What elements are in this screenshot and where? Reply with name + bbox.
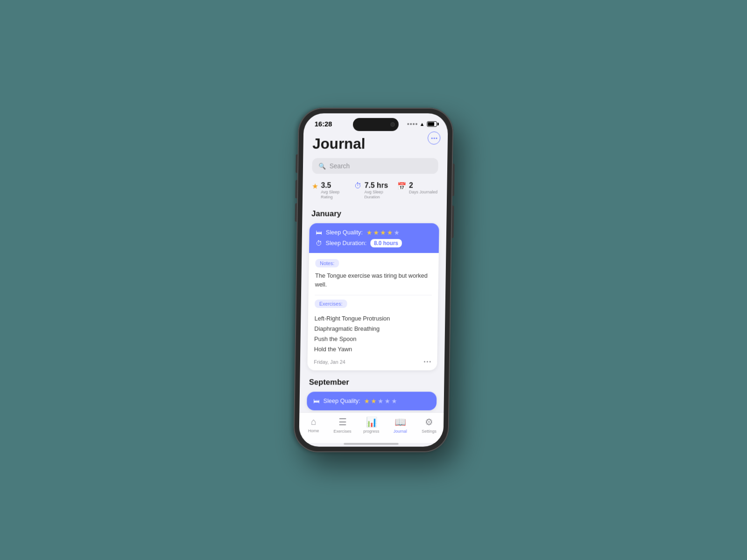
signal-dot <box>410 123 412 125</box>
more-dots-icon <box>431 137 437 139</box>
nav-item-home[interactable]: ⌂ Home <box>299 416 328 434</box>
search-icon: 🔍 <box>318 162 326 169</box>
exercises-list: Left-Right Tongue Protrusion Diaphragmat… <box>314 313 431 354</box>
sleep-quality-label: Sleep Quality: <box>326 229 363 236</box>
star-sep-1: ★ <box>364 397 370 405</box>
stat-sleep-duration-label: Avg Sleep Duration <box>364 189 395 200</box>
stats-row: ★ 3.5 Avg Sleep Rating ⏱ 7.5 hrs Avg Sle… <box>303 182 447 200</box>
phone-wrapper: 16:28 ▲ <box>293 108 453 452</box>
stat-sleep-duration-value: 7.5 hrs <box>365 182 395 190</box>
stat-sleep-rating-value: 3.5 <box>321 182 352 190</box>
status-time: 16:28 <box>315 120 332 128</box>
bed-icon: 🛏 <box>316 229 322 236</box>
signal-dot <box>416 123 417 125</box>
nav-item-journal[interactable]: 📖 Journal <box>386 416 415 434</box>
status-icons: ▲ <box>407 121 437 126</box>
status-bar: 16:28 ▲ <box>303 113 448 128</box>
nav-item-settings[interactable]: ⚙ Settings <box>415 416 444 434</box>
page-title: Journal <box>312 135 439 153</box>
home-indicator <box>344 443 398 445</box>
nav-label-journal: Journal <box>394 429 407 434</box>
month-header-september: September <box>300 376 444 392</box>
signal-dot <box>407 123 409 125</box>
star-sep-2: ★ <box>371 397 377 405</box>
sleep-quality-stars: ★ ★ ★ ★ ★ <box>366 229 400 236</box>
camera-dot <box>390 122 395 127</box>
signal-dot <box>413 123 415 125</box>
home-icon: ⌂ <box>311 416 317 427</box>
star-sep-3: ★ <box>378 397 384 405</box>
battery-icon <box>427 121 437 126</box>
star-4: ★ <box>387 229 393 236</box>
journal-icon: 📖 <box>395 416 406 427</box>
stat-sleep-duration: ⏱ 7.5 hrs Avg Sleep Duration <box>354 182 395 200</box>
exercise-item: Left-Right Tongue Protrusion <box>314 313 431 323</box>
star-3: ★ <box>380 229 386 236</box>
app-content[interactable]: Journal 🔍 Search ★ 3.5 Avg Sleep Rating <box>299 128 448 413</box>
stat-days-journaled-value: 2 <box>409 182 437 190</box>
progress-icon: 📊 <box>366 416 377 427</box>
nav-item-exercises[interactable]: ☰ Exercises <box>328 416 357 434</box>
month-header-january: January <box>302 207 447 223</box>
signal-dots <box>407 123 417 125</box>
wifi-icon: ▲ <box>420 121 425 126</box>
phone-frame: 16:28 ▲ <box>293 108 453 452</box>
app-header: Journal 🔍 Search <box>303 128 448 174</box>
bed-icon-sep: 🛏 <box>313 397 320 405</box>
stat-days-journaled: 📅 2 Days Journaled <box>397 182 438 200</box>
more-button[interactable] <box>428 132 441 145</box>
nav-label-settings: Settings <box>422 429 437 434</box>
divider <box>315 295 431 295</box>
clock-icon: ⏱ <box>354 182 362 190</box>
star-icon: ★ <box>312 182 318 191</box>
star-5: ★ <box>394 229 400 236</box>
nav-label-exercises: Exercises <box>333 429 351 434</box>
star-2: ★ <box>373 229 379 236</box>
entry-card-body: Notes: The Tongue exercise was tiring bu… <box>307 253 438 371</box>
timer-icon: ⏱ <box>316 239 322 247</box>
phone-screen: 16:28 ▲ <box>299 113 448 447</box>
star-sep-5: ★ <box>391 397 397 405</box>
sleep-duration-label: Sleep Duration: <box>325 239 366 246</box>
entry-card-header: 🛏 Sleep Quality: ★ ★ ★ ★ ★ <box>309 223 439 253</box>
entry-notes-text: The Tongue exercise was tiring but worke… <box>315 271 432 289</box>
bottom-nav: ⌂ Home ☰ Exercises 📊 progress 📖 Journal … <box>299 412 444 443</box>
exercise-item: Diaphragmatic Breathing <box>314 323 431 334</box>
entry-card-header-september: 🛏 Sleep Quality: ★ ★ ★ ★ ★ <box>307 392 437 410</box>
nav-item-progress[interactable]: 📊 progress <box>357 416 386 434</box>
entry-card-january: 🛏 Sleep Quality: ★ ★ ★ ★ ★ <box>307 223 439 371</box>
stat-sleep-rating: ★ 3.5 Avg Sleep Rating <box>312 182 353 200</box>
exercises-tag: Exercises: <box>315 299 347 308</box>
exercise-item: Push the Spoon <box>314 334 431 344</box>
sleep-quality-row: 🛏 Sleep Quality: ★ ★ ★ ★ ★ <box>316 229 433 236</box>
nav-label-progress: progress <box>363 429 379 434</box>
sleep-quality-stars-sep: ★ ★ ★ ★ ★ <box>364 397 397 405</box>
star-1: ★ <box>366 229 373 236</box>
search-bar[interactable]: 🔍 Search <box>312 158 438 174</box>
notes-tag: Notes: <box>315 259 339 267</box>
calendar-icon: 📅 <box>397 182 406 191</box>
entry-footer: Friday, Jan 24 <box>314 359 431 365</box>
search-placeholder: Search <box>330 162 350 170</box>
sleep-duration-row: ⏱ Sleep Duration: 8.0 hours <box>316 239 433 247</box>
stat-sleep-rating-label: Avg Sleep Rating <box>321 189 352 200</box>
battery-fill <box>428 122 434 126</box>
exercises-icon: ☰ <box>338 416 347 427</box>
stat-days-journaled-label: Days Journaled <box>409 189 437 195</box>
entry-card-september: 🛏 Sleep Quality: ★ ★ ★ ★ ★ <box>307 392 437 410</box>
duration-badge: 8.0 hours <box>370 239 402 247</box>
entry-date: Friday, Jan 24 <box>314 359 345 365</box>
entry-more-button[interactable] <box>424 361 431 363</box>
sleep-quality-label-sep: Sleep Quality: <box>323 398 360 405</box>
settings-icon: ⚙ <box>425 416 433 427</box>
nav-label-home: Home <box>308 428 319 433</box>
exercise-item: Hold the Yawn <box>314 344 431 355</box>
sleep-quality-row-sep: 🛏 Sleep Quality: ★ ★ ★ ★ ★ <box>313 397 430 405</box>
star-sep-4: ★ <box>384 397 390 405</box>
